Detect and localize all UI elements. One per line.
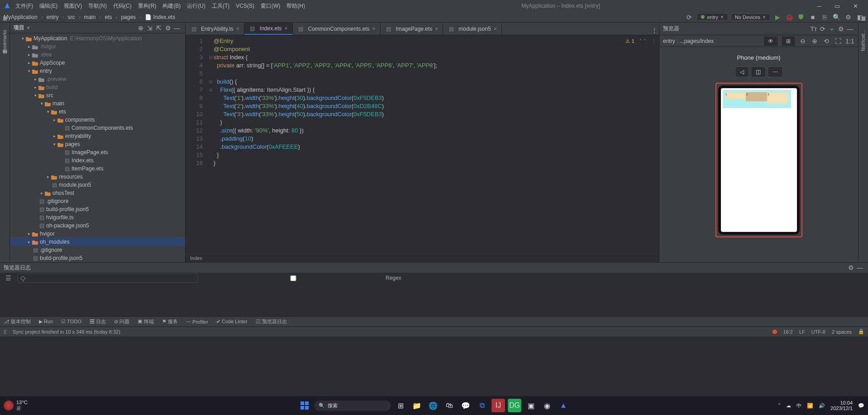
close-tab-icon[interactable]: × [435, 26, 438, 32]
menu-运行(U)[interactable]: 运行(U) [187, 3, 205, 9]
tree-row-components[interactable]: ▸components [10, 116, 185, 124]
tree-row-build-profile.json5[interactable]: ▤build-profile.json5 [10, 205, 185, 213]
tree-row-main[interactable]: ▾main [10, 99, 185, 108]
log-search-input[interactable] [17, 274, 198, 283]
bookmarks-tool-tab[interactable]: Bookmarks [2, 30, 7, 52]
tree-row-.gitignore[interactable]: ▤.gitignore [10, 246, 185, 254]
expand-all-icon[interactable]: ⇲ [145, 24, 154, 33]
chrome-icon[interactable]: ◉ [540, 399, 554, 412]
clock[interactable]: 10:042023/12/1 [830, 400, 853, 411]
project-tree[interactable]: ▾MyApplicationE:\HarmonyOS\MyApplication… [10, 33, 185, 262]
tree-row-Index.ets[interactable]: ▤Index.ets [10, 156, 185, 165]
breadcrumb-item[interactable]: entry [47, 14, 59, 20]
tree-row-oh-package.json5[interactable]: ▤oh-package.json5 [10, 222, 185, 230]
search-everywhere-icon[interactable]: 🔍 [832, 13, 841, 22]
zoom-in-icon[interactable]: ⊕ [810, 37, 819, 46]
wifi-icon[interactable]: 📶 [807, 403, 813, 409]
select-opened-file-icon[interactable]: ⊕ [136, 24, 145, 33]
tab-EntryAbility.ts[interactable]: ▤EntryAbility.ts× [186, 23, 244, 35]
tab-ImagePage.ets[interactable]: ▤ImagePage.ets× [381, 23, 444, 35]
rotate-icon[interactable]: ⟲ [822, 37, 831, 46]
menu-导航(N)[interactable]: 导航(N) [88, 3, 107, 9]
bottom-tab-TODO[interactable]: ☑ TODO [61, 319, 81, 325]
tab-module.json5[interactable]: ▤module.json5× [443, 23, 501, 35]
text-icon[interactable]: Tт [809, 24, 818, 33]
run-config-dropdown[interactable]: ⬢entry▼ [696, 13, 728, 21]
breadcrumb-item[interactable]: main [84, 14, 95, 20]
notification-center-icon[interactable]: 💬 [858, 403, 864, 409]
breadcrumb-item[interactable]: MyApplication [4, 14, 38, 20]
cursor-position[interactable]: 16:2 [783, 329, 793, 335]
fullscreen-icon[interactable]: ⛶ [834, 37, 843, 46]
menu-视图(V)[interactable]: 视图(V) [64, 3, 82, 9]
menu-帮助(H)[interactable]: 帮助(H) [286, 3, 305, 9]
tree-row-CommonComponents.ets[interactable]: ▤CommonComponents.ets [10, 124, 185, 132]
bottom-tab-Code Linter[interactable]: ✔ Code Linter [216, 319, 248, 325]
tree-row-MyApplication[interactable]: ▾MyApplicationE:\HarmonyOS\MyApplication [10, 34, 185, 42]
editor-breadcrumb[interactable]: Index [186, 253, 659, 262]
hide-panel-icon[interactable]: — [172, 24, 181, 33]
menu-构建(B)[interactable]: 构建(B) [162, 3, 181, 9]
store-icon[interactable]: 🛍 [443, 399, 456, 412]
explorer-icon[interactable]: 📁 [410, 399, 424, 412]
terminal-icon[interactable]: ▣ [524, 399, 538, 412]
collapse-all-icon[interactable]: ⇱ [154, 24, 163, 33]
tree-row-entryability[interactable]: ▸entryability [10, 132, 185, 140]
stop-button[interactable]: ■ [808, 13, 817, 22]
indent[interactable]: 2 spaces [832, 329, 852, 335]
device-dropdown[interactable]: No Devices▼ [731, 14, 770, 21]
tree-row-.hvigor[interactable]: ▸.hvigor [10, 42, 185, 51]
tree-row-entry[interactable]: ▾entry [10, 67, 185, 75]
one-to-one-icon[interactable]: 1:1 [845, 37, 854, 46]
tray-expand-icon[interactable]: ˄ [778, 403, 781, 409]
tree-row-build[interactable]: ▸build [10, 83, 185, 91]
tree-row-src[interactable]: ▾src [10, 91, 185, 99]
line-ending[interactable]: LF [799, 329, 805, 335]
maximize-button[interactable]: ▭ [828, 0, 846, 12]
close-tab-icon[interactable]: × [236, 26, 239, 32]
close-tab-icon[interactable]: × [494, 26, 497, 32]
tab-Index.ets[interactable]: ▤Index.ets× [244, 23, 293, 35]
settings-icon[interactable]: ⚙ [844, 13, 853, 22]
encoding[interactable]: UTF-8 [811, 329, 825, 335]
prev-settings-icon[interactable]: ⚙ [836, 24, 845, 33]
ime-indicator[interactable]: 中 [796, 402, 801, 409]
bottom-tab-问题[interactable]: ⊘ 问题 [114, 318, 129, 325]
task-view-icon[interactable]: ⊞ [394, 399, 407, 412]
bottom-tab-服务[interactable]: ⚑ 服务 [162, 318, 178, 325]
minimize-button[interactable]: ─ [810, 0, 828, 12]
breadcrumb-item[interactable]: src [67, 14, 75, 20]
device-frame[interactable]: 1 2 3 [718, 85, 800, 235]
prev-split-button[interactable]: ◫ [751, 66, 766, 77]
readonly-icon[interactable]: 🔒 [858, 329, 864, 335]
hide-previewer-icon[interactable]: — [845, 24, 854, 33]
breadcrumb-file[interactable]: 📄 Index.ets [145, 14, 175, 20]
teams-icon[interactable]: 💬 [459, 399, 472, 412]
grid-icon[interactable]: ⊞ [781, 36, 796, 47]
inspection-widget[interactable]: ⚠ 1 ˄ ˅ ⋮ [625, 37, 656, 45]
bottom-tab-Profiler[interactable]: 〰 Profiler [186, 319, 208, 325]
debug-button[interactable]: 🐞 [785, 13, 794, 22]
start-button[interactable] [298, 399, 311, 412]
fold-gutter[interactable]: ⊟ ⊟⊟ [208, 35, 214, 253]
notifications-tool-tab[interactable]: Notificati... [861, 30, 866, 51]
bottom-tab-终端[interactable]: ▣ 终端 [138, 318, 154, 325]
edge-icon[interactable]: 🌐 [426, 399, 440, 412]
log-settings-icon[interactable]: ⚙ [846, 263, 855, 272]
sync-icon[interactable]: ⟳ [685, 13, 694, 22]
regex-checkbox[interactable]: Regex [203, 275, 401, 281]
onedrive-icon[interactable]: ☁ [786, 403, 791, 409]
volume-icon[interactable]: 🔊 [819, 403, 825, 409]
breadcrumb-item[interactable]: pages [121, 14, 136, 20]
close-tab-icon[interactable]: × [372, 26, 376, 32]
menu-编辑(E)[interactable]: 编辑(E) [39, 3, 57, 9]
weather-widget[interactable]: 13°C雾 [4, 400, 28, 412]
vscode-icon[interactable]: ⧉ [475, 399, 489, 412]
bottom-tab-日志[interactable]: ☰ 日志 [90, 318, 106, 325]
hide-log-icon[interactable]: — [855, 263, 864, 272]
tree-row-resources[interactable]: ▸resources [10, 173, 185, 181]
run-button[interactable]: ▶ [773, 13, 782, 22]
git-icon[interactable]: ⎘ [820, 13, 829, 22]
prev-more-button[interactable]: ⋯ [768, 66, 783, 77]
bottom-tab-预览器日志[interactable]: ▤ 预览器日志 [256, 318, 287, 325]
